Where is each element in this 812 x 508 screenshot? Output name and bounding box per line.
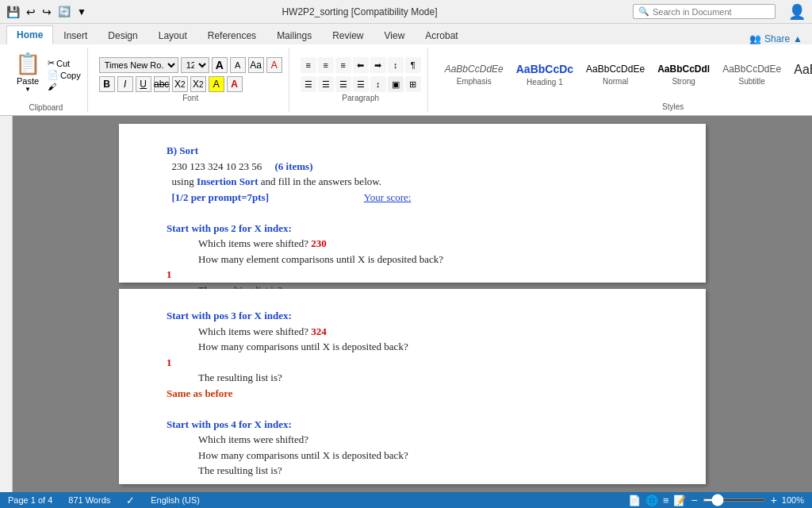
cut-button[interactable]: ✂ Cut xyxy=(48,58,81,68)
bullets-button[interactable]: ≡ xyxy=(301,57,316,73)
styles-section: AaBbCcDdEe Emphasis AaBbCcDc Heading 1 A… xyxy=(433,48,812,112)
justify-button[interactable]: ☰ xyxy=(353,76,369,92)
tab-references[interactable]: References xyxy=(197,26,266,44)
zoom-slider[interactable] xyxy=(703,498,766,502)
status-right: 📄 🌐 ≡ 📝 − + 100% xyxy=(628,494,804,506)
user-avatar[interactable]: 👤 xyxy=(788,3,806,21)
customize-icon[interactable]: ▼ xyxy=(77,6,86,17)
multilevel-list-button[interactable]: ≡ xyxy=(335,57,351,73)
language: English (US) xyxy=(151,495,200,505)
ribbon: 📋 Paste ▼ ✂ Cut 📄 Copy 🖌 Clipboard Ti xyxy=(0,44,812,116)
pos3-q2: How many comparisons until X is deposite… xyxy=(198,339,658,355)
tab-review[interactable]: Review xyxy=(322,26,373,44)
italic-button[interactable]: I xyxy=(117,76,133,92)
style-strong[interactable]: AaBbCcDdl Strong xyxy=(652,60,715,89)
style-subtitle[interactable]: AaBbCcDdEe Subtitle xyxy=(717,60,787,89)
document-area: B) Sort 230 123 324 10 23 56 (6 items) u… xyxy=(0,116,812,492)
subscript-button[interactable]: X2 xyxy=(172,76,188,92)
highlight-button[interactable]: A xyxy=(209,76,224,92)
decrease-indent-button[interactable]: ⬅ xyxy=(353,57,369,73)
search-input[interactable] xyxy=(653,7,764,17)
layout-outline-icon[interactable]: ≡ xyxy=(663,495,669,506)
tab-view[interactable]: View xyxy=(374,26,416,44)
scoring-info: [1/2 per prompt=7pts] Your score: xyxy=(167,190,658,206)
style-heading1-preview: AaBbCcDc xyxy=(516,63,573,76)
tab-insert[interactable]: Insert xyxy=(53,26,98,44)
pos2-q1: Which items were shifted? 230 xyxy=(198,236,658,252)
tab-design[interactable]: Design xyxy=(98,26,147,44)
your-score-link[interactable]: Your score: xyxy=(364,191,412,203)
pos4-q3: The resulting list is? xyxy=(198,463,658,479)
pos2-header: Start with pos 2 for X index: xyxy=(167,221,658,237)
pos3-q3: The resulting list is? xyxy=(198,370,658,386)
layout-draft-icon[interactable]: 📝 xyxy=(673,495,686,506)
title-center: HW2P2_sorting [Compatibility Mode] xyxy=(93,6,626,17)
pos2-q2-answer: 1 xyxy=(167,267,658,283)
increase-indent-button[interactable]: ➡ xyxy=(370,57,386,73)
spelling-check-icon[interactable]: ✓ xyxy=(126,495,135,506)
redo-icon[interactable]: ↪ xyxy=(42,6,52,18)
tab-acrobat[interactable]: Acrobat xyxy=(415,26,468,44)
style-strong-label: Strong xyxy=(672,77,695,86)
paste-icon: 📋 xyxy=(15,52,40,76)
format-painter-button[interactable]: 🖌 xyxy=(48,82,81,91)
pos4-header: Start with pos 4 for X index: xyxy=(167,417,658,433)
font-family-select[interactable]: Times New Ro... xyxy=(99,57,178,73)
align-center-button[interactable]: ☰ xyxy=(318,76,334,92)
numbering-button[interactable]: ≡ xyxy=(318,57,334,73)
style-normal[interactable]: AaBbCcDdEe Normal xyxy=(580,60,650,89)
strikethrough-button[interactable]: abc xyxy=(154,76,170,92)
style-normal-preview: AaBbCcDdEe xyxy=(586,64,645,75)
vertical-ruler xyxy=(0,116,13,492)
style-emphasis[interactable]: AaBbCcDdEe Emphasis xyxy=(439,60,509,89)
tab-home[interactable]: Home xyxy=(6,25,53,44)
shading-button[interactable]: ▣ xyxy=(388,76,404,92)
document-scroll[interactable]: B) Sort 230 123 324 10 23 56 (6 items) u… xyxy=(13,116,812,492)
grow-font-button[interactable]: A xyxy=(212,57,228,73)
undo-icon[interactable]: ↩ xyxy=(26,6,36,18)
pos3-q3-answer: Same as before xyxy=(167,386,658,402)
change-case-button[interactable]: Aa xyxy=(248,57,264,73)
superscript-button[interactable]: X2 xyxy=(190,76,206,92)
style-subtitle-label: Subtitle xyxy=(739,77,765,86)
shrink-font-button[interactable]: A xyxy=(230,57,246,73)
borders-button[interactable]: ⊞ xyxy=(405,76,421,92)
style-subtitle-preview: AaBbCcDdEe xyxy=(722,64,781,75)
search-box[interactable]: 🔍 xyxy=(633,4,776,19)
line-spacing-button[interactable]: ↕ xyxy=(370,76,386,92)
layout-web-icon[interactable]: 🌐 xyxy=(645,495,658,506)
repeat-icon[interactable]: 🔄 xyxy=(58,6,71,17)
show-hide-button[interactable]: ¶ xyxy=(405,57,421,73)
underline-button[interactable]: U xyxy=(136,76,151,92)
style-normal-label: Normal xyxy=(603,77,628,86)
layout-print-icon[interactable]: 📄 xyxy=(628,495,641,506)
font-color-button[interactable]: A xyxy=(227,76,243,92)
status-bar: Page 1 of 4 871 Words ✓ English (US) 📄 🌐… xyxy=(0,492,812,508)
clear-formatting-button[interactable]: A xyxy=(266,57,282,73)
ribbon-tabs: Home Insert Design Layout References Mai… xyxy=(0,24,812,44)
style-title[interactable]: AaBbCcDo Title xyxy=(788,58,812,91)
sort-button[interactable]: ↕ xyxy=(388,57,404,73)
search-icon: 🔍 xyxy=(638,6,649,17)
align-right-button[interactable]: ☰ xyxy=(335,76,351,92)
share-area[interactable]: 👥 Share ▲ xyxy=(740,33,812,44)
copy-button[interactable]: 📄 Copy xyxy=(48,70,81,80)
pos3-header: Start with pos 3 for X index: xyxy=(167,308,658,324)
word-count: 871 Words xyxy=(68,495,110,505)
style-heading1[interactable]: AaBbCcDc Heading 1 xyxy=(511,59,579,90)
title-bar: 💾 ↩ ↪ 🔄 ▼ HW2P2_sorting [Compatibility M… xyxy=(0,0,812,24)
paste-dropdown-icon: ▼ xyxy=(25,86,31,93)
paste-button[interactable]: 📋 Paste ▼ xyxy=(11,48,44,102)
clipboard-label: Clipboard xyxy=(11,103,81,112)
tab-layout[interactable]: Layout xyxy=(148,26,197,44)
pos2-q2: How many element comparisons until X is … xyxy=(198,252,658,267)
save-icon[interactable]: 💾 xyxy=(6,6,20,18)
bold-button[interactable]: B xyxy=(99,76,115,92)
zoom-out-button[interactable]: − xyxy=(691,494,697,506)
align-left-button[interactable]: ☰ xyxy=(301,76,316,92)
font-size-select[interactable]: 12 xyxy=(181,57,209,73)
paragraph-label: Paragraph xyxy=(301,94,421,102)
zoom-in-button[interactable]: + xyxy=(771,494,777,506)
tab-mailings[interactable]: Mailings xyxy=(266,26,322,44)
paste-label: Paste xyxy=(17,76,39,86)
